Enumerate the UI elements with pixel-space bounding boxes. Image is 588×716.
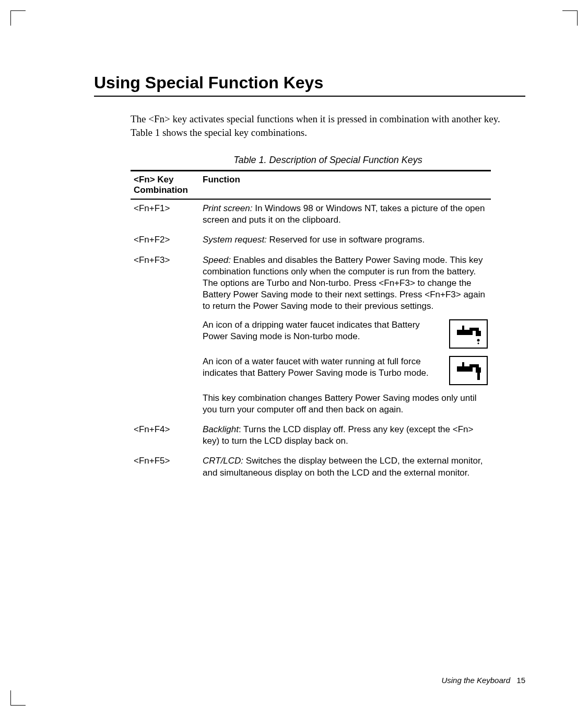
crop-mark-bottom-left bbox=[10, 690, 26, 706]
crop-mark-top-right bbox=[562, 10, 578, 26]
icon-block-turbo: An icon of a water faucet with water run… bbox=[203, 356, 488, 385]
function-text: Reserved for use in software programs. bbox=[267, 235, 425, 245]
function-text: Enables and disables the Battery Power S… bbox=[203, 255, 485, 311]
table-row: <Fn+F1> Print screen: In Windows 98 or W… bbox=[131, 199, 491, 231]
function-lead: Print screen: bbox=[203, 203, 252, 213]
function-tail-text: This key combination changes Battery Pow… bbox=[203, 392, 488, 415]
table-caption: Table 1. Description of Special Function… bbox=[131, 155, 525, 166]
svg-rect-3 bbox=[462, 326, 464, 330]
key-cell: <Fn+F2> bbox=[131, 231, 199, 251]
header-function: Function bbox=[199, 171, 491, 200]
function-lead: System request: bbox=[203, 235, 267, 245]
table-row: <Fn+F5> CRT/LCD: Switches the display be… bbox=[131, 452, 491, 483]
crop-mark-top-left bbox=[10, 10, 26, 26]
function-cell: System request: Reserved for use in soft… bbox=[199, 231, 491, 251]
icon-block-nonturbo: An icon of a dripping water faucet indic… bbox=[203, 319, 488, 349]
function-lead: CRT/LCD: bbox=[203, 456, 243, 466]
icon-text: An icon of a water faucet with water run… bbox=[203, 356, 443, 379]
svg-point-5 bbox=[478, 343, 479, 344]
section-heading: Using Special Function Keys bbox=[94, 73, 525, 93]
table-row: <Fn+F4> Backlight: Turns the LCD display… bbox=[131, 421, 491, 452]
key-cell: <Fn+F1> bbox=[131, 199, 199, 231]
svg-rect-8 bbox=[476, 367, 481, 373]
function-keys-table: <Fn> Key Combination Function <Fn+F1> Pr… bbox=[131, 170, 491, 483]
svg-rect-7 bbox=[469, 364, 479, 367]
page-footer: Using the Keyboard 15 bbox=[441, 676, 525, 685]
function-cell: Speed: Enables and disables the Battery … bbox=[199, 251, 491, 421]
svg-rect-2 bbox=[476, 331, 481, 336]
function-cell: Backlight: Turns the LCD display off. Pr… bbox=[199, 421, 491, 452]
section-underline bbox=[94, 96, 525, 97]
table-row: <Fn+F2> System request: Reserved for use… bbox=[131, 231, 491, 251]
header-key-combination: <Fn> Key Combination bbox=[131, 171, 199, 200]
svg-rect-10 bbox=[477, 373, 480, 380]
table-header-row: <Fn> Key Combination Function bbox=[131, 171, 491, 200]
function-lead: Backlight bbox=[203, 424, 239, 434]
table-row: <Fn+F3> Speed: Enables and disables the … bbox=[131, 251, 491, 421]
footer-text: Using the Keyboard bbox=[441, 676, 510, 685]
function-cell: Print screen: In Windows 98 or Windows N… bbox=[199, 199, 491, 231]
svg-rect-9 bbox=[462, 362, 464, 366]
intro-paragraph: The <Fn> key activates special functions… bbox=[131, 112, 515, 139]
faucet-drip-icon bbox=[449, 319, 488, 349]
svg-point-4 bbox=[477, 339, 480, 342]
function-text: : Turns the LCD display off. Press any k… bbox=[203, 424, 473, 446]
function-lead: Speed: bbox=[203, 255, 231, 265]
icon-text: An icon of a dripping water faucet indic… bbox=[203, 319, 443, 342]
key-cell: <Fn+F3> bbox=[131, 251, 199, 421]
function-cell: CRT/LCD: Switches the display between th… bbox=[199, 452, 491, 483]
key-cell: <Fn+F4> bbox=[131, 421, 199, 452]
svg-rect-1 bbox=[469, 328, 479, 331]
key-cell: <Fn+F5> bbox=[131, 452, 199, 483]
footer-page-number: 15 bbox=[516, 676, 525, 685]
faucet-stream-icon bbox=[449, 356, 488, 385]
function-text: Switches the display between the LCD, th… bbox=[203, 456, 483, 477]
